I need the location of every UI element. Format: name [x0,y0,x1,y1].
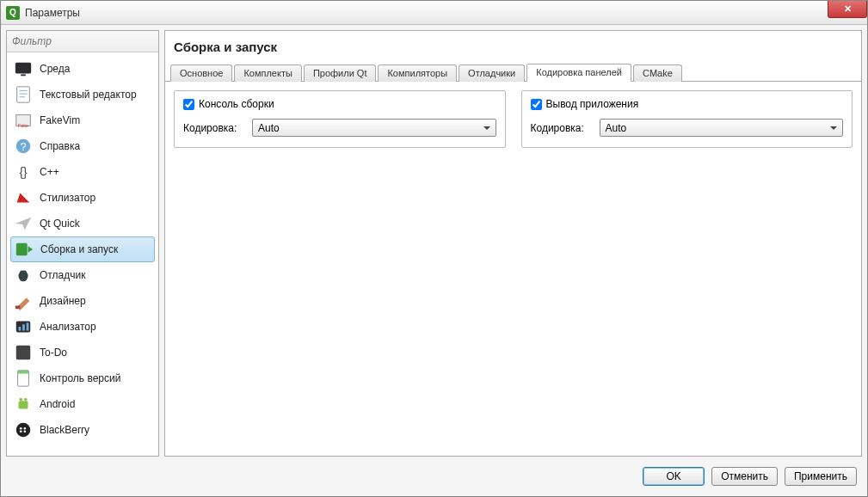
sidebar-item-designer[interactable]: Дизайнер [10,288,155,314]
sidebar-item-label: To-Do [40,347,67,359]
sidebar-item-vcs[interactable]: Контроль версий [10,365,155,391]
sidebar-item-label: Текстовый редактор [40,89,137,101]
svg-text:?: ? [20,140,26,153]
svg-rect-17 [19,327,22,331]
apply-button[interactable]: Применить [785,467,857,486]
sidebar-item-label: FakeVim [40,114,80,126]
page-title: Сборка и запуск [165,31,861,61]
svg-rect-23 [19,401,28,408]
sidebar-item-environment[interactable]: Среда [10,56,155,82]
fakevim-icon: Fake [14,111,33,130]
sidebar-item-label: Qt Quick [40,218,80,230]
sidebar-item-label: Анализатор [40,321,96,333]
svg-text:{}: {} [19,166,28,179]
build-encoding-select[interactable]: Auto [252,119,496,137]
sidebar-item-blackberry[interactable]: BlackBerry [10,417,155,443]
sidebar: Среда Текстовый редактор Fake FakeVim [6,30,159,457]
sidebar-item-fakevim[interactable]: Fake FakeVim [10,107,155,133]
svg-point-30 [24,431,27,433]
sidebar-item-label: BlackBerry [40,424,89,436]
svg-rect-11 [16,243,28,256]
bug-icon [14,266,33,285]
svg-point-12 [19,271,28,282]
help-icon: ? [14,137,33,156]
sidebar-item-label: C++ [40,166,59,178]
sidebar-item-android[interactable]: Android [10,391,155,417]
build-console-check-label: Консоль сборки [199,98,274,110]
shoe-icon [14,188,33,207]
sidebar-item-label: Сборка и запуск [40,243,118,255]
android-icon [14,395,33,414]
svg-point-29 [20,431,22,433]
ok-button[interactable]: OK [643,467,705,486]
build-console-checkbox[interactable] [183,99,194,110]
designer-icon [14,291,33,310]
app-output-group: Вывод приложения Кодировка: Auto [521,90,853,148]
sidebar-item-label: Среда [40,63,70,75]
tab-compilers[interactable]: Компиляторы [378,64,457,82]
sidebar-item-analyzer[interactable]: Анализатор [10,314,155,340]
titlebar: Q Параметры ✕ [1,1,867,25]
tab-body: Консоль сборки Кодировка: Auto Вывод [165,82,861,456]
tab-panel-encoding[interactable]: Кодировка панелей [526,64,631,82]
tabstrip: Основное Комплекты Профили Qt Компилятор… [165,61,861,82]
svg-rect-15 [15,306,21,310]
analyzer-icon [14,317,33,336]
build-encoding-value: Auto [258,122,280,134]
todo-icon [14,343,33,362]
svg-point-26 [16,423,31,438]
app-encoding-select[interactable]: Auto [600,119,844,137]
tab-general[interactable]: Основное [170,64,232,82]
monitor-icon [14,59,33,78]
tab-qt-versions[interactable]: Профили Qt [304,64,377,82]
tab-debuggers[interactable]: Отладчики [459,64,525,82]
sidebar-item-label: Стилизатор [40,192,95,204]
svg-point-13 [20,271,23,274]
sidebar-list: Среда Текстовый редактор Fake FakeVim [7,52,158,456]
content-pane: Сборка и запуск Основное Комплекты Профи… [164,30,862,457]
sidebar-item-label: Android [40,398,75,410]
window-title: Параметры [25,7,80,19]
close-icon: ✕ [844,3,852,15]
sidebar-item-label: Отладчик [40,269,85,281]
paperplane-icon [14,214,33,233]
sidebar-item-qtquick[interactable]: Qt Quick [10,211,155,236]
close-button[interactable]: ✕ [828,1,867,18]
svg-rect-0 [15,63,31,74]
sidebar-item-debugger[interactable]: Отладчик [10,262,155,288]
blackberry-icon [14,420,33,439]
svg-point-25 [24,398,28,402]
settings-window: Q Параметры ✕ Среда [0,0,868,497]
svg-rect-22 [18,371,29,374]
svg-rect-19 [27,322,29,330]
encoding-label-left: Кодировка: [183,122,245,134]
svg-rect-18 [22,324,25,330]
app-icon: Q [6,6,20,20]
sidebar-item-build-run[interactable]: Сборка и запуск [10,236,155,262]
sidebar-item-todo[interactable]: To-Do [10,340,155,365]
build-console-group: Консоль сборки Кодировка: Auto [174,90,506,148]
app-output-check-label: Вывод приложения [546,98,639,110]
sidebar-item-help[interactable]: ? Справка [10,133,155,159]
sidebar-item-label: Справка [40,140,80,152]
cpp-brackets-icon: {} [14,163,33,181]
cancel-button[interactable]: Отменить [711,467,778,486]
app-output-checkbox[interactable] [531,99,542,110]
sidebar-item-label: Дизайнер [40,295,86,307]
svg-text:Fake: Fake [18,123,28,128]
filter-input[interactable] [7,31,158,52]
document-icon [14,85,33,104]
sidebar-item-styler[interactable]: Стилизатор [10,185,155,211]
sidebar-item-text-editor[interactable]: Текстовый редактор [10,82,155,107]
svg-point-14 [23,271,27,274]
svg-rect-20 [16,346,31,360]
svg-rect-2 [17,87,30,102]
tab-cmake[interactable]: CMake [633,64,682,82]
sidebar-item-cpp[interactable]: {} C++ [10,159,155,185]
app-encoding-value: Auto [606,122,627,134]
filter-box [7,31,158,52]
encoding-label-right: Кодировка: [531,122,593,134]
tab-kits[interactable]: Комплекты [234,64,301,82]
svg-point-28 [24,427,27,430]
svg-point-27 [20,427,22,430]
